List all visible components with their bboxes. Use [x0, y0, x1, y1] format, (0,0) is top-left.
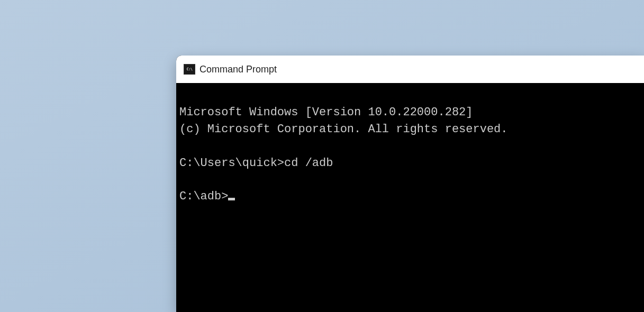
terminal-output[interactable]: Microsoft Windows [Version 10.0.22000.28… [176, 83, 644, 243]
command-prompt-icon-text: C:\ [186, 68, 192, 71]
prompt-1: C:\Users\quick> [179, 157, 284, 170]
prompt-line-1: C:\Users\quick>cd /adb [179, 157, 333, 170]
cursor [228, 198, 235, 200]
titlebar[interactable]: C:\ Command Prompt [176, 56, 644, 83]
command-prompt-window: C:\ Command Prompt Microsoft Windows [Ve… [176, 56, 644, 312]
prompt-line-2: C:\adb> [179, 188, 641, 205]
command-prompt-icon: C:\ [184, 64, 195, 75]
prompt-2: C:\adb> [179, 188, 228, 205]
version-line: Microsoft Windows [Version 10.0.22000.28… [179, 106, 473, 119]
command-1: cd /adb [284, 157, 333, 170]
window-title: Command Prompt [199, 64, 277, 75]
copyright-line: (c) Microsoft Corporation. All rights re… [179, 123, 508, 136]
